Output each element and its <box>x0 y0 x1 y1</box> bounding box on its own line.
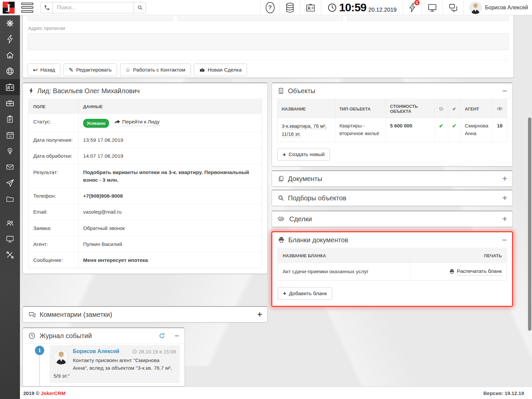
objects-title: Объекты <box>288 87 315 95</box>
scrollbar-thumb[interactable] <box>528 117 531 331</box>
form-field-stub[interactable] <box>178 16 343 21</box>
search-icon <box>277 194 285 202</box>
expand-button[interactable]: + <box>502 175 507 183</box>
back-arrow-icon: ↩ <box>33 67 38 73</box>
collapse-button[interactable]: − <box>502 236 507 244</box>
edit-button[interactable]: ✎ Редактировать <box>64 64 117 76</box>
address-textarea[interactable] <box>28 33 509 50</box>
blanks-title: Бланки документов <box>288 236 348 244</box>
sidebar-item-tasks[interactable] <box>0 111 20 127</box>
sidebar-item-contacts[interactable] <box>0 79 20 95</box>
go-to-lead-link[interactable]: Перейти к Лиду <box>114 118 160 126</box>
sidebar-item-mailing[interactable] <box>0 175 20 191</box>
database-icon <box>285 2 295 13</box>
table-row: Телефон: +7(908)908-9008 <box>29 188 262 204</box>
comments-panel: Комментарии (заметки) + <box>23 306 268 322</box>
collapse-button[interactable]: − <box>502 87 507 95</box>
sidebar-item-home[interactable] <box>0 47 20 63</box>
form-field-stub[interactable] <box>28 16 173 21</box>
envelope-icon <box>5 163 15 171</box>
lead-title: Лид: Васильев Олег Михайлович <box>37 87 140 95</box>
lightning-icon <box>28 87 34 95</box>
clipboard-icon <box>6 114 14 124</box>
user-menu[interactable]: Борисов Алексей <box>464 0 532 15</box>
documents-title: Документы <box>288 175 322 183</box>
table-row: Сообщение: Меня интересует ипотека <box>29 252 262 268</box>
sidebar-item-settings[interactable] <box>0 247 20 263</box>
id-card-icon <box>305 2 316 13</box>
notifications-button[interactable]: 3 <box>403 0 422 15</box>
lead-table: ПОЛЕ ДАННЫЕ Статус: Успешно Перейти к Ли… <box>28 100 262 268</box>
sidebar-item-leads[interactable] <box>0 31 20 47</box>
plus-icon: + <box>283 152 286 157</box>
calendar-icon: 15 <box>6 131 15 140</box>
messages-button[interactable] <box>443 0 464 15</box>
clock-icon <box>132 349 137 354</box>
event-author-link[interactable]: Борисов Алексей <box>73 348 119 354</box>
database-button[interactable] <box>280 0 300 15</box>
globe-icon <box>5 67 15 76</box>
app-logo[interactable]: J <box>3 2 15 14</box>
sidebar-item-dashboard[interactable] <box>0 15 20 31</box>
sidebar-item-calendar[interactable]: 15 <box>0 127 20 143</box>
object-row: 3-к.квартира, 76 м², 11/16 эт. Квартиры … <box>278 118 507 142</box>
add-blank-button[interactable]: + Добавить бланк <box>278 287 332 300</box>
helm-icon <box>5 19 15 28</box>
svg-text:15: 15 <box>9 135 12 138</box>
brand-link[interactable]: JokerCRM <box>41 390 66 396</box>
copyright-text: 2019 © <box>23 390 40 396</box>
menu-toggle-icon[interactable] <box>21 3 33 13</box>
column-header: НАЗВАНИЕ <box>278 100 335 118</box>
column-header: АГЕНТ <box>461 100 493 118</box>
power-column-header <box>434 100 448 118</box>
power-icon <box>439 106 444 111</box>
blanks-table: НАЗВАНИЕ БЛАНКА ПЕЧАТЬ Акт сдачи-приемки… <box>278 249 507 281</box>
journal-title: Журнал событий <box>40 332 92 340</box>
phone-call-button[interactable] <box>41 2 53 13</box>
sidebar-item-users[interactable] <box>0 215 20 231</box>
sidebar-item-monitoring[interactable] <box>0 231 20 247</box>
briefcase-icon <box>5 99 15 108</box>
sidebar-item-files[interactable] <box>0 191 20 207</box>
monitor-button[interactable] <box>422 0 443 15</box>
journal-event: Борисов Алексей 28.10.19 в 15:08 Контакт… <box>50 345 180 383</box>
clock-icon <box>327 3 337 13</box>
expand-button[interactable]: + <box>257 310 262 318</box>
documents-panel: Документы + <box>272 170 513 187</box>
print-blank-link[interactable]: Распечатать бланк <box>449 267 502 276</box>
monitor-icon <box>427 3 438 13</box>
sidebar-item-deals[interactable] <box>0 95 20 111</box>
search-button[interactable] <box>134 2 146 13</box>
folder-icon <box>5 195 15 203</box>
sidebar-item-ideas[interactable] <box>0 143 20 159</box>
current-time: 10:59 <box>339 1 366 14</box>
help-button[interactable]: ? <box>260 0 280 15</box>
selections-title: Подборы объектов <box>288 194 346 202</box>
sidebar-item-web[interactable] <box>0 63 20 79</box>
monitor-icon <box>5 235 15 243</box>
users-icon <box>5 218 15 228</box>
table-row: Заявка: Обратный звонок <box>29 220 262 236</box>
collapse-button[interactable]: − <box>175 332 179 340</box>
create-object-button[interactable]: + Создать новый <box>277 148 330 161</box>
logo-letter: J <box>7 3 11 12</box>
form-field-stub[interactable] <box>347 16 509 21</box>
back-button[interactable]: ↩ Назад <box>28 64 61 76</box>
table-row: Дата получения: 13:59 17.06.2019 <box>29 132 262 148</box>
work-with-contact-button[interactable]: ☆ Работать с Контактом <box>120 64 191 76</box>
contact-card-button[interactable] <box>300 0 321 15</box>
column-header: ПЕЧАТЬ <box>410 249 507 263</box>
expand-button[interactable]: + <box>502 194 507 202</box>
phone-icon <box>44 5 50 11</box>
footer: 2019 © JokerCRM Версия: 19.12.19 <box>20 387 532 399</box>
object-link[interactable]: 3-к.квартира, 76 м², 11/16 эт. <box>282 123 327 137</box>
comments-icon <box>28 311 36 318</box>
journal-body: i Борисов Алексей 28.10.19 в 15:08 <box>23 344 185 386</box>
new-deal-button[interactable]: Новая Сделка <box>194 64 247 76</box>
refresh-icon[interactable] <box>159 332 165 339</box>
help-icon: ? <box>266 2 275 13</box>
sidebar-item-mail[interactable] <box>0 159 20 175</box>
search-input[interactable] <box>53 2 134 13</box>
building-icon <box>277 87 285 95</box>
expand-button[interactable]: + <box>502 215 507 223</box>
